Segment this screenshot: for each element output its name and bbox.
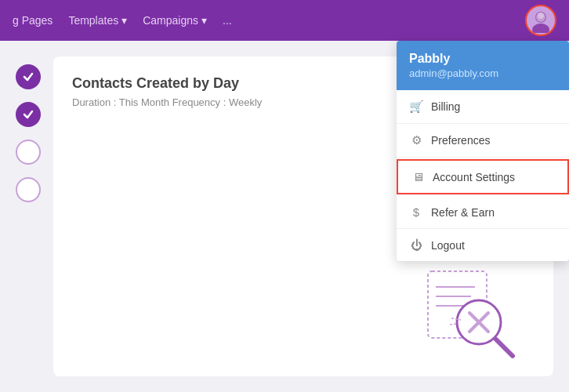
navbar: g Pages Templates ▾ Campaigns ▾ ... Pabb… bbox=[0, 0, 569, 41]
user-avatar[interactable] bbox=[525, 5, 556, 36]
sidebar-icon-1[interactable] bbox=[16, 64, 41, 89]
check-icon-2 bbox=[23, 109, 34, 120]
logout-icon: ⏻ bbox=[409, 238, 423, 252]
check-icon bbox=[23, 71, 34, 82]
illustration-svg bbox=[420, 263, 522, 365]
sidebar-icon-2[interactable] bbox=[16, 102, 41, 127]
dropdown-item-refer-earn[interactable]: $ Refer & Earn bbox=[397, 196, 569, 229]
chevron-down-icon: ▾ bbox=[121, 14, 127, 27]
nav-item-more[interactable]: ... bbox=[223, 14, 232, 27]
chevron-down-icon: ▾ bbox=[201, 14, 207, 27]
svg-line-11 bbox=[496, 339, 513, 356]
nav-item-templates[interactable]: Templates ▾ bbox=[68, 14, 127, 27]
nav-item-pages[interactable]: g Pages bbox=[13, 14, 53, 27]
dropdown-user-name: Pabbly bbox=[409, 52, 556, 66]
avatar-icon bbox=[528, 8, 553, 33]
gear-icon: ⚙ bbox=[409, 133, 423, 147]
svg-point-1 bbox=[532, 24, 549, 33]
dropdown-user-email: admin@pabbly.com bbox=[409, 67, 556, 79]
dollar-icon: $ bbox=[409, 205, 423, 219]
sidebar-icon-3[interactable] bbox=[16, 140, 41, 165]
dropdown-item-logout[interactable]: ⏻ Logout bbox=[397, 229, 569, 261]
billing-icon: 🛒 bbox=[409, 100, 423, 114]
monitor-icon: 🖥 bbox=[411, 170, 425, 183]
nav-item-campaigns[interactable]: Campaigns ▾ bbox=[143, 14, 207, 27]
card-illustration bbox=[420, 263, 522, 368]
dropdown-item-billing[interactable]: 🛒 Billing bbox=[397, 90, 569, 124]
nav-items: g Pages Templates ▾ Campaigns ▾ ... bbox=[13, 14, 232, 27]
user-dropdown-menu: Pabbly admin@pabbly.com 🛒 Billing ⚙ Pref… bbox=[397, 41, 569, 261]
sidebar bbox=[16, 56, 41, 376]
dropdown-item-preferences[interactable]: ⚙ Preferences bbox=[397, 124, 569, 158]
dropdown-header: Pabbly admin@pabbly.com bbox=[397, 41, 569, 90]
svg-point-3 bbox=[538, 13, 544, 19]
dropdown-item-account-settings[interactable]: 🖥 Account Settings bbox=[397, 159, 569, 194]
sidebar-icon-4[interactable] bbox=[16, 177, 41, 202]
